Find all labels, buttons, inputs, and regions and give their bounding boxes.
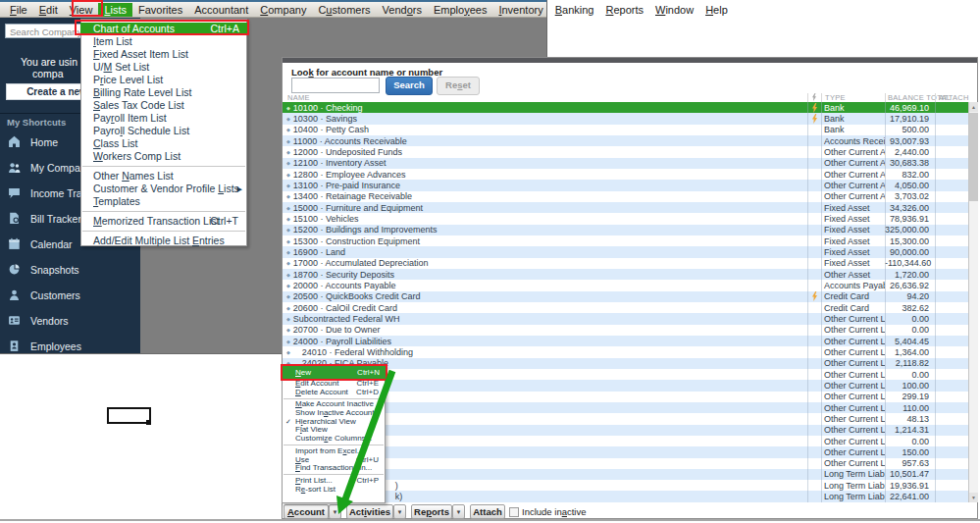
account-row-10400-petty-cash[interactable]: ◆10400 · Petty CashBank500.00 — [283, 125, 968, 135]
menu-item-favorites[interactable]: Favorites — [132, 3, 188, 17]
menu-item-reports[interactable]: Reports — [599, 3, 649, 17]
account-row-17000-accumulated-depreciation[interactable]: ◆17000 · Accumulated DepreciationFixed A… — [283, 258, 968, 269]
account-row-13400-retainage-receivable[interactable]: ◆13400 · Retainage ReceivableOther Curre… — [283, 191, 968, 202]
context-menu-item-customize-columns[interactable]: Customize Columns... — [283, 435, 385, 444]
menu-item-customers[interactable]: Customers — [312, 3, 376, 17]
account-balance: 19,936.91 — [885, 481, 935, 491]
lists-menu-item-payroll-item-list[interactable]: Payroll Item List — [81, 112, 246, 125]
account-row-subcontracted-federal-wh[interactable]: ◆Subcontracted Federal WHOther Current L… — [283, 313, 968, 324]
diamond-icon[interactable]: ◆ — [286, 238, 290, 244]
menu-item-accountant[interactable]: Accountant — [188, 3, 254, 17]
diamond-icon[interactable]: ◆ — [286, 260, 290, 266]
sidebar-item-snapshots[interactable]: Snapshots — [0, 257, 140, 283]
lists-menu-item-item-list[interactable]: Item List — [81, 35, 246, 48]
scrollbar-thumb[interactable] — [969, 113, 978, 201]
lists-menu-item-memorized-transaction-list[interactable]: Memorized Transaction ListCtrl+T — [81, 215, 246, 228]
diamond-icon[interactable]: ◆ — [286, 138, 290, 144]
menu-item-help[interactable]: Help — [699, 3, 734, 17]
account-row-16900-land[interactable]: ◆16900 · LandFixed Asset90,000.00 — [283, 246, 968, 257]
lists-menu-item-add-edit-multiple-list-entries[interactable]: Add/Edit Multiple List Entries — [81, 235, 246, 247]
scroll-down-icon[interactable]: ▼ — [969, 493, 978, 502]
account-row-24010-federal-withholding[interactable]: ◆24010 · Federal WithholdingOther Curren… — [283, 346, 968, 357]
menu-item-vendors[interactable]: Vendors — [377, 3, 428, 17]
diamond-icon[interactable]: ◆ — [286, 105, 290, 111]
account-row-11000-accounts-receivable[interactable]: ◆11000 · Accounts ReceivableAccounts Rec… — [283, 135, 968, 146]
scroll-up-icon[interactable]: ▲ — [969, 102, 978, 112]
lists-menu-item-price-level-list[interactable]: Price Level List — [81, 74, 246, 86]
account-row-12000-undeposited-funds[interactable]: ◆12000 · Undeposited FundsOther Current … — [283, 146, 968, 157]
account-row-13100-pre-paid-insurance[interactable]: ◆13100 · Pre-paid InsuranceOther Current… — [283, 180, 968, 190]
account-menu-button[interactable]: Account — [284, 504, 329, 519]
account-row-18700-security-deposits[interactable]: ◆18700 · Security DepositsOther Asset1,7… — [283, 269, 968, 280]
context-menu-item-re-sort-list[interactable]: Re-sort List — [283, 486, 385, 495]
context-menu-item-delete-account[interactable]: Delete AccountCtrl+D — [283, 389, 385, 397]
diamond-icon[interactable]: ◆ — [286, 316, 290, 322]
lists-menu-item-payroll-schedule-list[interactable]: Payroll Schedule List — [81, 125, 246, 137]
sidebar-item-vendors[interactable]: Vendors — [0, 308, 140, 334]
menu-item-employees[interactable]: Employees — [428, 3, 492, 17]
account-row-20500-quickbooks-credit-card[interactable]: ◆20500 · QuickBooks Credit CardCredit Ca… — [283, 291, 968, 302]
vertical-scrollbar[interactable]: ▲ ▼ — [968, 102, 978, 502]
diamond-icon[interactable]: ◆ — [286, 193, 290, 199]
account-row-10100-checking[interactable]: ◆10100 · CheckingBank46,969.10 — [283, 102, 968, 113]
account-row-20700-due-to-owner[interactable]: ◆20700 · Due to OwnerOther Current Liabi… — [283, 325, 968, 336]
sidebar-item-employees[interactable]: Employees — [0, 334, 140, 353]
account-row-20600-caloil-credit-card[interactable]: ◆20600 · CalOil Credit CardCredit Card38… — [283, 302, 968, 313]
diamond-icon[interactable]: ◆ — [286, 349, 290, 355]
account-row-12100-inventory-asset[interactable]: ◆12100 · Inventory AssetOther Current As… — [283, 158, 968, 169]
include-inactive-checkbox[interactable] — [509, 507, 519, 517]
menu-item-inventory[interactable]: Inventory — [492, 3, 548, 17]
diamond-icon[interactable]: ◆ — [286, 149, 290, 155]
lists-menu-item-templates[interactable]: Templates — [81, 195, 246, 208]
lists-menu-item-other-names-list[interactable]: Other Names List — [81, 170, 246, 183]
menu-item-banking[interactable]: Banking — [549, 3, 600, 17]
diamond-icon[interactable]: ◆ — [286, 293, 290, 299]
lists-menu-item-customer-vendor-profile-lists[interactable]: Customer & Vendor Profile Lists▶ — [81, 183, 246, 195]
reports-menu-arrow-icon[interactable]: ▼ — [452, 504, 465, 519]
diamond-icon[interactable]: ◆ — [286, 339, 290, 344]
account-row-15300-construction-equipment[interactable]: ◆15300 · Construction EquipmentFixed Ass… — [283, 235, 968, 246]
column-header-type[interactable]: TYPE — [825, 93, 846, 102]
menu-item-window[interactable]: Window — [649, 3, 699, 17]
lists-menu-item-workers-comp-list[interactable]: Workers Comp List — [81, 150, 246, 163]
account-row-24000-payroll-liabilities[interactable]: ◆24000 · Payroll LiabilitiesOther Curren… — [283, 336, 968, 346]
account-row-15200-buildings-and-improvements[interactable]: ◆15200 · Buildings and ImprovementsFixed… — [283, 225, 968, 235]
reports-menu-button[interactable]: Reports — [411, 504, 452, 519]
diamond-icon[interactable]: ◆ — [286, 283, 290, 288]
diamond-icon[interactable]: ◆ — [286, 249, 290, 255]
attach-button[interactable]: Attach — [470, 504, 505, 519]
menu-item-file[interactable]: File — [4, 3, 33, 17]
diamond-icon[interactable]: ◆ — [286, 127, 290, 132]
lists-menu-item-fixed-asset-item-list[interactable]: Fixed Asset Item List — [81, 48, 246, 61]
account-search-input[interactable] — [291, 78, 380, 93]
diamond-icon[interactable]: ◆ — [286, 172, 290, 178]
diamond-icon[interactable]: ◆ — [286, 305, 290, 311]
diamond-icon[interactable]: ◆ — [286, 216, 290, 222]
account-row-10300-savings[interactable]: ◆10300 · SavingsBank17,910.19 — [283, 113, 968, 124]
menu-item-company[interactable]: Company — [254, 3, 312, 17]
context-menu-item-find-transactions-in[interactable]: Find Transactions in... — [283, 464, 385, 473]
activities-menu-button[interactable]: Activities — [346, 504, 393, 519]
menu-item-edit[interactable]: Edit — [33, 3, 64, 17]
account-row-15100-vehicles[interactable]: ◆15100 · VehiclesFixed Asset78,936.91 — [283, 213, 968, 224]
sidebar-item-customers[interactable]: Customers — [0, 283, 140, 308]
column-header-attach[interactable]: ATTACH — [939, 93, 969, 102]
account-row-12800-employee-advances[interactable]: ◆12800 · Employee AdvancesOther Current … — [283, 169, 968, 180]
diamond-icon[interactable]: ◆ — [286, 183, 290, 188]
menu-item-lists[interactable]: Lists — [98, 3, 132, 17]
diamond-icon[interactable]: ◆ — [286, 116, 290, 122]
diamond-icon[interactable]: ◆ — [286, 227, 290, 233]
account-row-15000-furniture-and-equipment[interactable]: ◆15000 · Furniture and EquipmentFixed As… — [283, 202, 968, 213]
lists-menu-item-u-m-set-list[interactable]: U/M Set List — [81, 61, 246, 74]
lists-menu-item-billing-rate-level-list[interactable]: Billing Rate Level List — [81, 86, 246, 99]
diamond-icon[interactable]: ◆ — [286, 327, 290, 333]
diamond-icon[interactable]: ◆ — [286, 272, 290, 278]
lists-menu-item-class-list[interactable]: Class List — [81, 137, 246, 150]
diamond-icon[interactable]: ◆ — [286, 160, 290, 166]
account-menu-arrow-icon[interactable]: ▼ — [329, 504, 341, 519]
lists-menu-item-sales-tax-code-list[interactable]: Sales Tax Code List — [81, 99, 246, 112]
diamond-icon[interactable]: ◆ — [286, 205, 290, 211]
column-header-name[interactable]: NAME — [287, 93, 310, 102]
account-row-20000-accounts-payable[interactable]: ◆20000 · Accounts PayableAccounts Payabl… — [283, 280, 968, 290]
activities-menu-arrow-icon[interactable]: ▼ — [393, 504, 406, 519]
